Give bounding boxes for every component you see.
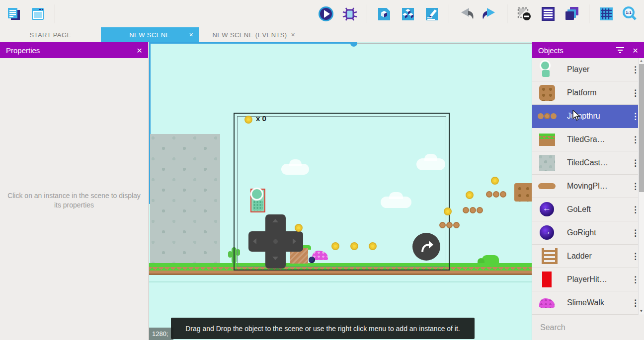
- scene-h-scrollbar[interactable]: [149, 42, 357, 44]
- tab-bar: START PAGE NEW SCENE × NEW SCENE (EVENTS…: [0, 27, 644, 42]
- objects-list: Player ⋮ Platform ⋮ Jumpthru ⋮ TiledGra……: [532, 58, 644, 315]
- object-thumbnail-icon: [538, 248, 556, 265]
- start-page-button[interactable]: [29, 5, 47, 23]
- object-thumbnail-icon: [538, 108, 556, 125]
- dpad-left-arrow-icon[interactable]: [253, 238, 256, 244]
- object-thumbnail-icon: [538, 178, 556, 195]
- object-item-platform[interactable]: Platform ⋮: [532, 81, 644, 105]
- objects-panel-header: Objects ×: [532, 42, 644, 58]
- objects-scrollbar[interactable]: ▲ ▼: [638, 58, 644, 315]
- grid-icon: [598, 5, 615, 22]
- tab-close-icon[interactable]: ×: [189, 31, 193, 39]
- undo-button[interactable]: [457, 5, 475, 23]
- dpad-down-arrow-icon[interactable]: [272, 257, 278, 260]
- redo-icon: [481, 6, 499, 22]
- tiled-castle-sprite[interactable]: [150, 134, 220, 263]
- grid-button[interactable]: [597, 5, 615, 23]
- hud-coin-icon: [244, 116, 252, 124]
- layers-button[interactable]: [563, 5, 581, 23]
- cloud-sprite: [416, 158, 445, 170]
- object-thumbnail-icon: [538, 154, 556, 171]
- jumpthru-sprite[interactable]: [439, 222, 460, 228]
- search-input[interactable]: [540, 323, 643, 332]
- coin-counter: x 0: [256, 114, 266, 123]
- tab-label: START PAGE: [19, 31, 82, 39]
- zoom-reset-button[interactable]: 1:1: [621, 5, 639, 23]
- object-item-ladder[interactable]: Ladder ⋮: [532, 245, 644, 268]
- start-page-window-icon: [30, 6, 46, 22]
- properties-panel: Properties × Click on an instance in the…: [0, 42, 149, 340]
- objects-panel-title: Objects: [538, 46, 564, 55]
- object-item-jumpthru[interactable]: Jumpthru ⋮: [532, 105, 644, 128]
- jumpthru-sprite[interactable]: [486, 191, 507, 198]
- project-manager-icon: [6, 6, 22, 22]
- object-item-goright[interactable]: GoRight ⋮: [532, 221, 644, 245]
- scene-canvas[interactable]: x 0 Drag and Drop the object to the scen…: [149, 42, 532, 340]
- scrollbar-thumb[interactable]: [639, 64, 644, 192]
- object-label: GoRight: [567, 228, 631, 237]
- tab-new-scene-events[interactable]: NEW SCENE (EVENTS) ×: [199, 27, 301, 42]
- coin-sprite[interactable]: [466, 191, 474, 199]
- scroll-down-icon[interactable]: ▼: [639, 309, 644, 313]
- scene-h-scroll-handle[interactable]: [350, 42, 357, 47]
- coin-sprite[interactable]: [444, 207, 452, 215]
- object-thumbnail-icon: [538, 201, 556, 218]
- platform-block-sprite[interactable]: [514, 183, 532, 202]
- object-label: Ladder: [567, 252, 631, 261]
- object-thumbnail-icon: [538, 224, 556, 241]
- bush-sprite[interactable]: [482, 255, 499, 263]
- ball-sprite[interactable]: [309, 257, 315, 263]
- object-label: Player: [567, 65, 631, 74]
- jump-button-sprite[interactable]: [412, 233, 440, 261]
- play-preview-button[interactable]: [317, 5, 335, 23]
- object-item-playerhit[interactable]: PlayerHit… ⋮: [532, 268, 644, 291]
- coin-sprite[interactable]: [295, 224, 303, 232]
- object-groups-button[interactable]: [399, 5, 417, 23]
- object-label: SlimeWalk: [567, 298, 631, 307]
- edit-scene-properties-button[interactable]: [423, 5, 441, 23]
- player-sprite-selected[interactable]: [250, 189, 265, 212]
- drag-drop-tooltip: Drag and Drop the object to the scene or…: [171, 318, 475, 339]
- zoom-1-1-icon: 1:1: [622, 5, 639, 22]
- object-item-tiledgra[interactable]: TiledGra… ⋮: [532, 128, 644, 151]
- add-object-button[interactable]: [375, 5, 393, 23]
- debug-button[interactable]: [341, 5, 359, 23]
- tab-new-scene[interactable]: NEW SCENE ×: [101, 27, 199, 42]
- object-item-slimewalk[interactable]: SlimeWalk ⋮: [532, 291, 644, 315]
- undo-icon: [457, 6, 475, 22]
- coin-sprite[interactable]: [331, 242, 339, 250]
- object-item-movingpl[interactable]: MovingPl… ⋮: [532, 175, 644, 198]
- toggle-mask-button[interactable]: [515, 5, 533, 23]
- scroll-up-icon[interactable]: ▲: [639, 59, 644, 63]
- coin-sprite[interactable]: [491, 177, 499, 185]
- objects-panel: Objects × Player ⋮ Platform ⋮ Jumpthru ⋮…: [532, 42, 644, 340]
- object-item-tiledcast[interactable]: TiledCast… ⋮: [532, 151, 644, 175]
- coin-sprite[interactable]: [350, 242, 358, 250]
- new-object-icon: [376, 5, 393, 22]
- tab-close-icon[interactable]: ×: [291, 31, 295, 39]
- cloud-sprite: [281, 164, 309, 175]
- dpad-up-arrow-icon[interactable]: [272, 219, 278, 222]
- coin-sprite[interactable]: [369, 242, 377, 250]
- filter-icon[interactable]: [616, 47, 625, 53]
- toolbar-divider: [55, 4, 55, 23]
- close-icon[interactable]: ×: [633, 46, 638, 55]
- object-item-goleft[interactable]: GoLeft ⋮: [532, 198, 644, 221]
- toolbar-divider: [589, 4, 589, 23]
- tab-start-page[interactable]: START PAGE: [0, 27, 101, 42]
- object-label: PlayerHit…: [567, 275, 631, 284]
- toggle-mask-icon: [516, 5, 533, 22]
- jumpthru-sprite[interactable]: [463, 207, 483, 213]
- close-icon[interactable]: ×: [137, 46, 142, 55]
- object-item-player[interactable]: Player ⋮: [532, 58, 644, 81]
- scene-h-scrollbar-track[interactable]: [357, 43, 532, 44]
- project-manager-button[interactable]: [5, 5, 23, 23]
- scene-coordinates-badge: 1280;: [149, 328, 173, 340]
- instances-list-button[interactable]: [539, 5, 557, 23]
- object-thumbnail-icon: [538, 271, 556, 288]
- dpad-right-arrow-icon[interactable]: [293, 238, 296, 244]
- redo-button[interactable]: [481, 5, 499, 23]
- object-label: MovingPl…: [567, 182, 631, 191]
- object-thumbnail-icon: [538, 131, 556, 148]
- toolbar-divider: [367, 4, 367, 23]
